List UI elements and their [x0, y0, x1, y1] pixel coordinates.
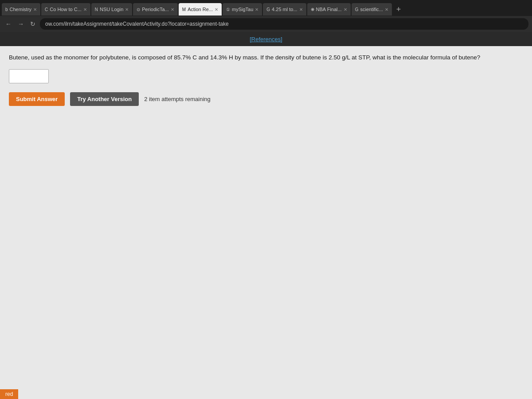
tab-scientific-icon: G [355, 7, 359, 12]
tab-mysig-label: mySigTau [232, 7, 253, 12]
tab-periodic[interactable]: ⊙ PeriodicTa... ✕ [133, 3, 178, 16]
tab-action-label: Action Re... [188, 7, 213, 12]
answer-input[interactable] [9, 69, 49, 83]
tab-4-25-icon: G [266, 7, 270, 12]
tab-bar: b Chemistry ✕ C Co How to C... ✕ N NSU L… [0, 0, 532, 16]
tab-howto-icon: C [45, 7, 48, 12]
tab-scientific-label: scientific... [360, 7, 383, 12]
tab-nba[interactable]: ❋ NBA Final... ✕ [307, 3, 351, 16]
tab-periodic-icon: ⊙ [137, 7, 140, 12]
tab-action[interactable]: M Action Re... ✕ [179, 3, 222, 16]
tab-4-25-close[interactable]: ✕ [299, 7, 303, 12]
address-bar[interactable]: ow.com/ilrn/takeAssignment/takeCovalentA… [40, 18, 528, 30]
address-bar-row: ← → ↻ ow.com/ilrn/takeAssignment/takeCov… [0, 16, 532, 32]
tab-howto[interactable]: C Co How to C... ✕ [41, 3, 90, 16]
browser-chrome: b Chemistry ✕ C Co How to C... ✕ N NSU L… [0, 0, 532, 32]
add-tab-button[interactable]: + [393, 5, 405, 14]
tab-mysig-close[interactable]: ✕ [255, 7, 258, 12]
tab-periodic-label: PeriodicTa... [142, 7, 169, 12]
tab-chemistry-close[interactable]: ✕ [33, 7, 37, 12]
back-button[interactable]: ← [4, 20, 13, 28]
tab-4-25-label: 4.25 ml to... [272, 7, 297, 12]
tab-nba-icon: ❋ [311, 7, 314, 12]
tab-howto-label: Co How to C... [50, 7, 82, 12]
bottom-tab[interactable]: red [0, 389, 18, 399]
buttons-row: Submit Answer Try Another Version 2 item… [9, 92, 523, 106]
tab-nba-label: NBA Final... [316, 7, 342, 12]
tab-scientific-close[interactable]: ✕ [385, 7, 388, 12]
submit-answer-button[interactable]: Submit Answer [9, 92, 65, 106]
tab-chemistry-label: Chemistry [10, 7, 32, 12]
tab-periodic-close[interactable]: ✕ [171, 7, 174, 12]
dark-header-bar: [References] [0, 32, 532, 46]
try-another-version-button[interactable]: Try Another Version [70, 92, 139, 106]
address-text: ow.com/ilrn/takeAssignment/takeCovalentA… [45, 21, 229, 27]
answer-input-wrapper [9, 69, 523, 90]
tab-4-25[interactable]: G 4.25 ml to... ✕ [263, 3, 306, 16]
tab-action-close[interactable]: ✕ [215, 7, 218, 12]
tab-action-icon: M [182, 7, 186, 12]
page-content: [References] Butene, used as the monomer… [0, 32, 532, 399]
tab-scientific[interactable]: G scientific... ✕ [352, 3, 392, 16]
reload-button[interactable]: ↻ [28, 20, 37, 28]
question-text: Butene, used as the monomer for polybute… [9, 53, 523, 62]
tab-nsu-close[interactable]: ✕ [125, 7, 129, 12]
references-link[interactable]: [References] [250, 36, 282, 43]
tab-howto-close[interactable]: ✕ [83, 7, 87, 12]
tab-chemistry[interactable]: b Chemistry ✕ [2, 3, 40, 16]
tab-nsu[interactable]: N NSU Login ✕ [91, 3, 132, 16]
question-area: Butene, used as the monomer for polybute… [0, 46, 532, 111]
forward-button[interactable]: → [16, 20, 26, 28]
tab-nba-close[interactable]: ✕ [344, 7, 347, 12]
tab-mysig[interactable]: ① mySigTau ✕ [223, 3, 262, 16]
tab-mysig-icon: ① [226, 7, 230, 12]
tab-chemistry-icon: b [5, 7, 8, 12]
tab-nsu-label: NSU Login [100, 7, 123, 12]
tab-nsu-icon: N [95, 7, 98, 12]
attempts-remaining-text: 2 item attempts remaining [144, 96, 211, 102]
